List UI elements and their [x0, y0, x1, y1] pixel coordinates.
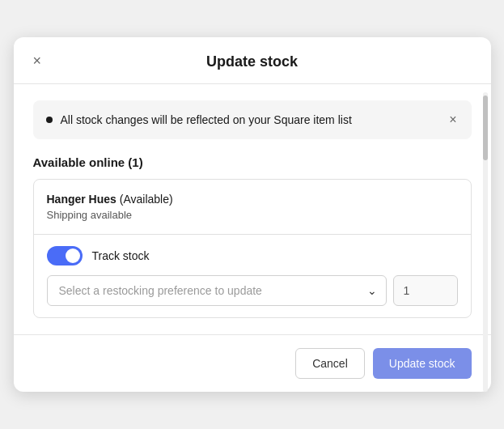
- restock-select-wrapper: Select a restocking preference to update…: [47, 275, 387, 306]
- banner-left: All stock changes will be reflected on y…: [46, 113, 352, 126]
- item-name-bold: Hanger Hues: [47, 193, 116, 206]
- banner-close-button[interactable]: ×: [447, 112, 458, 128]
- modal-body: All stock changes will be reflected on y…: [14, 84, 491, 334]
- modal-header: × Update stock: [14, 37, 491, 84]
- restock-select[interactable]: Select a restocking preference to update: [47, 275, 387, 306]
- update-stock-button[interactable]: Update stock: [373, 348, 472, 379]
- close-button[interactable]: ×: [30, 50, 45, 71]
- modal-footer: Cancel Update stock: [14, 334, 491, 392]
- track-stock-label: Track stock: [92, 249, 150, 262]
- update-stock-modal: × Update stock All stock changes will be…: [14, 37, 491, 392]
- cancel-button[interactable]: Cancel: [295, 348, 365, 379]
- section-title: Available online (1): [33, 155, 472, 169]
- item-name: Hanger Hues (Available): [47, 193, 458, 206]
- info-dot-icon: [46, 117, 53, 123]
- item-info: Hanger Hues (Available) Shipping availab…: [34, 180, 471, 235]
- scrollbar-thumb: [483, 96, 488, 160]
- item-controls: Track stock Select a restocking preferen…: [34, 235, 471, 317]
- info-banner: All stock changes will be reflected on y…: [33, 100, 472, 139]
- item-card: Hanger Hues (Available) Shipping availab…: [33, 179, 472, 318]
- quantity-input[interactable]: [393, 275, 458, 306]
- track-stock-row: Track stock: [47, 246, 458, 265]
- toggle-slider: [47, 246, 83, 265]
- modal-title: Update stock: [206, 53, 298, 70]
- stock-input-row: Select a restocking preference to update…: [47, 275, 458, 306]
- scrollbar-track[interactable]: [483, 92, 488, 392]
- item-status: (Available): [120, 193, 173, 206]
- banner-text: All stock changes will be reflected on y…: [61, 113, 352, 126]
- modal-overlay: × Update stock All stock changes will be…: [0, 0, 504, 429]
- track-stock-toggle[interactable]: [47, 246, 83, 265]
- item-shipping: Shipping available: [47, 209, 458, 221]
